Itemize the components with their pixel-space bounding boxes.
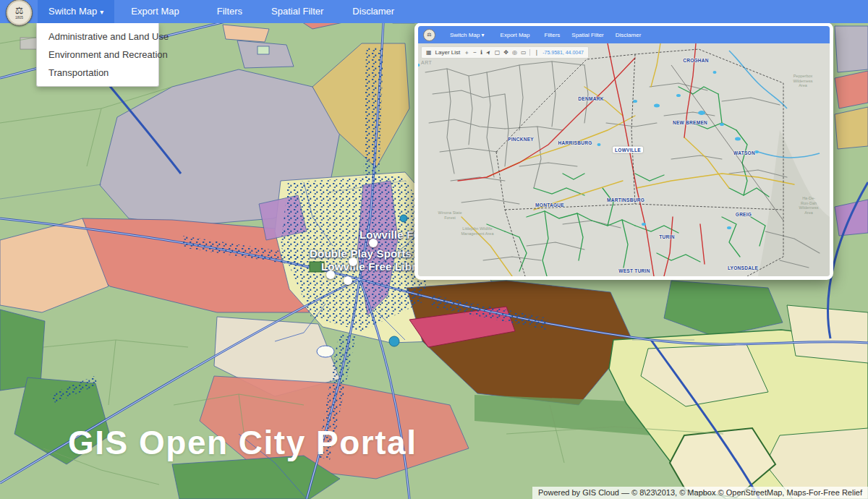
town-label-greig: GREIG (736, 212, 752, 217)
inset-nav-filters[interactable]: Filters (539, 32, 566, 38)
globe-icon[interactable]: ◎ (512, 47, 517, 58)
town-label-montague: MONTAGUE (535, 202, 564, 208)
inset-road-map-svg[interactable] (418, 43, 830, 276)
page-title: GIS Open City Portal (68, 423, 417, 462)
inset-toolbar: ▦ Layer List ＋ − ℹ ➤ ▢ ✥ ◎ ▭ ❘ -75.9581,… (421, 46, 589, 59)
area-label-winona: Winona State Forest (438, 210, 461, 220)
dropdown-item-environment[interactable]: Environment and Recreation (37, 46, 158, 64)
area-label-haderondah: Ha-De-Ron-Dah Wilderness Area (799, 196, 820, 215)
scales-icon: ⚖ (15, 6, 24, 15)
zoom-in-icon[interactable]: ＋ (464, 47, 469, 58)
town-label-pinckney: PINCKNEY (508, 137, 534, 142)
gis-portal-page: Lowville Foo Double Play Sports Comm Low… (0, 0, 868, 499)
attribution-bar: Powered by GIS Cloud — © 8\23\2013, © Ma… (532, 487, 868, 499)
area-label-pepperbox: Pepperbox Wilderness Area (790, 74, 817, 88)
poi-marker[interactable] (369, 239, 378, 247)
nav-spatial-filter[interactable]: Spatial Filter (260, 0, 334, 23)
toolbar-separator (529, 49, 530, 56)
layer-list-button[interactable]: Layer List (435, 49, 461, 56)
inset-logo-seal: ⚖ (423, 29, 435, 41)
slider-icon[interactable]: ❘ (534, 47, 539, 58)
pan-icon[interactable]: ✥ (503, 47, 509, 58)
inset-nav-disclamer[interactable]: Disclamer (610, 32, 647, 38)
poi-marker[interactable] (326, 270, 335, 279)
main-navbar: Switch Map▾ Export Map Filters Spatial F… (0, 0, 868, 23)
switch-map-dropdown: Administrative and Land Use Environment … (36, 23, 159, 87)
town-label-lowville[interactable]: LOWVILLE (613, 147, 643, 153)
poi-marker[interactable] (349, 257, 357, 266)
nav-export-map[interactable]: Export Map (120, 0, 190, 23)
basemap-fragment-label: ART (421, 60, 432, 65)
measure-icon[interactable]: ▭ (521, 47, 527, 58)
map-preview-window[interactable]: ⚖ Switch Map ▾ Export Map Filters Spatia… (414, 22, 833, 280)
nav-filters[interactable]: Filters (206, 0, 253, 23)
inset-nav-export-map[interactable]: Export Map (495, 32, 536, 38)
town-label-watson: WATSON (733, 150, 755, 155)
dropdown-item-transportation[interactable]: Transportation (37, 64, 158, 82)
inset-nav-switch-map[interactable]: Switch Map ▾ (444, 32, 490, 38)
town-label-lyonsdale: LYONSDALE (728, 265, 758, 270)
town-label-croghan: CROGHAN (683, 58, 709, 63)
cursor-coordinates: -75.9581, 44.0047 (542, 50, 584, 55)
select-box-icon[interactable]: ▢ (495, 47, 501, 58)
layer-grid-icon[interactable]: ▦ (426, 47, 432, 58)
inset-nav-spatial-filter[interactable]: Spatial Filter (566, 32, 609, 38)
town-label-harrisburg: HARRISBURG (558, 140, 592, 145)
town-label-new-bremen: NEW BREMEN (673, 120, 707, 125)
town-label-turin: TURIN (659, 234, 674, 239)
info-icon[interactable]: ℹ (480, 47, 482, 58)
poi-marker[interactable] (344, 276, 352, 285)
town-label-denmark: DENMARK (578, 96, 603, 101)
seal-year: 1805 (15, 15, 23, 20)
town-label-west-turin: WEST TURIN (618, 268, 650, 273)
select-arrow-icon[interactable]: ➤ (482, 47, 494, 57)
chevron-down-icon: ▾ (100, 8, 103, 16)
inset-navbar: ⚖ Switch Map ▾ Export Map Filters Spatia… (418, 26, 830, 43)
nav-disclamer[interactable]: Disclamer (341, 0, 405, 23)
dropdown-item-admin-land-use[interactable]: Administrative and Land Use (37, 27, 158, 46)
zoom-out-icon[interactable]: − (473, 47, 477, 58)
county-seal-logo[interactable]: ⚖ 1805 (6, 0, 33, 26)
town-label-martinsburg: MARTINSBURG (607, 197, 644, 202)
nav-switch-map[interactable]: Switch Map▾ (38, 0, 114, 23)
area-label-littlejohn: Littlejohn Wildlife Management Area (461, 226, 494, 236)
